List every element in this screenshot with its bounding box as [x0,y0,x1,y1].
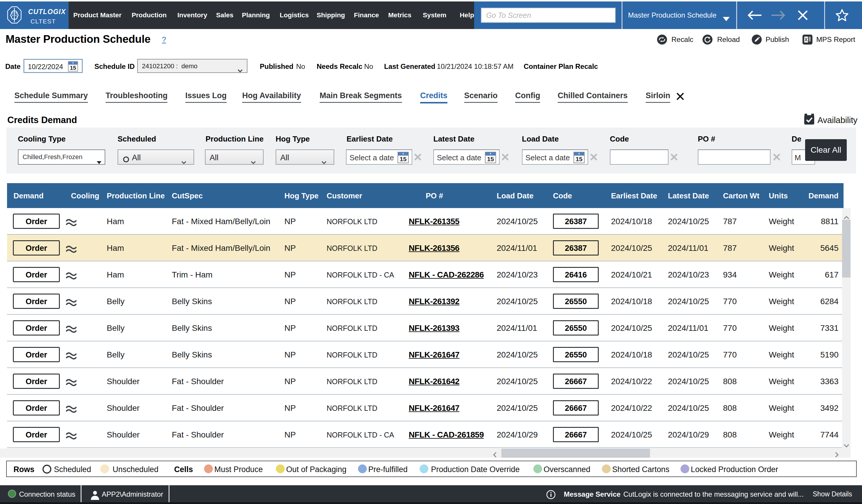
svg-text:15: 15 [400,156,407,162]
svg-text:15: 15 [576,156,583,162]
svg-text:15: 15 [487,156,494,162]
svg-text:15: 15 [70,65,76,71]
